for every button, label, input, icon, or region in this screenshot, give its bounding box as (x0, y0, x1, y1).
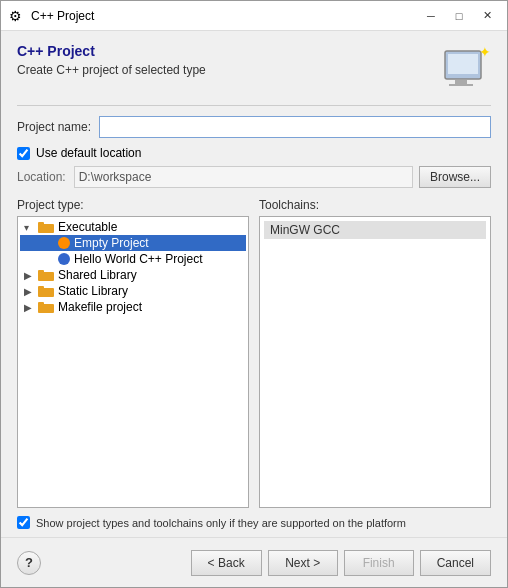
svg-rect-1 (448, 54, 478, 74)
window-icon: ⚙ (9, 8, 25, 24)
tree-item-shared-library[interactable]: ▶ Shared Library (20, 267, 246, 283)
tree-item-hello-world[interactable]: Hello World C++ Project (20, 251, 246, 267)
project-icon-svg: ✦ (441, 43, 491, 93)
use-default-label: Use default location (36, 146, 141, 160)
tree-item-static-library[interactable]: ▶ Static Library (20, 283, 246, 299)
tree-text-hello-world: Hello World C++ Project (74, 252, 203, 266)
title-bar-controls: ─ □ ✕ (419, 6, 499, 26)
tree-toggle-executable: ▾ (24, 222, 36, 233)
toolchain-text-mingw: MinGW GCC (270, 223, 340, 237)
bullet-icon-empty (58, 237, 70, 249)
folder-icon-static (38, 285, 54, 297)
maximize-button[interactable]: □ (447, 6, 471, 26)
content-area: C++ Project Create C++ project of select… (1, 31, 507, 537)
minimize-button[interactable]: ─ (419, 6, 443, 26)
browse-button[interactable]: Browse... (419, 166, 491, 188)
window: ⚙ C++ Project ─ □ ✕ C++ Project Create C… (0, 0, 508, 588)
finish-button[interactable]: Finish (344, 550, 414, 576)
project-type-panel: Project type: ▾ Executable (17, 198, 249, 508)
svg-rect-8 (38, 270, 44, 274)
cancel-button[interactable]: Cancel (420, 550, 491, 576)
bullet-icon-hello (58, 253, 70, 265)
dialog-footer: ? < Back Next > Finish Cancel (1, 537, 507, 587)
tree-toggle-hello (44, 254, 56, 265)
tree-text-static-library: Static Library (58, 284, 128, 298)
location-input[interactable] (74, 166, 413, 188)
header-separator (17, 105, 491, 106)
location-label: Location: (17, 170, 66, 184)
help-button[interactable]: ? (17, 551, 41, 575)
header-icon: ✦ (441, 43, 491, 93)
svg-rect-6 (38, 222, 44, 226)
dialog-title: C++ Project (17, 43, 431, 59)
use-default-checkbox[interactable] (17, 147, 30, 160)
window-title: C++ Project (31, 9, 419, 23)
folder-icon-executable (38, 221, 54, 233)
toolchain-item-mingw[interactable]: MinGW GCC (264, 221, 486, 239)
tree-text-shared-library: Shared Library (58, 268, 137, 282)
close-button[interactable]: ✕ (475, 6, 499, 26)
toolchains-label: Toolchains: (259, 198, 491, 212)
panels-row: Project type: ▾ Executable (17, 198, 491, 508)
svg-rect-3 (449, 84, 473, 86)
svg-text:✦: ✦ (479, 45, 491, 60)
toolchains-list[interactable]: MinGW GCC (259, 216, 491, 508)
project-name-input[interactable] (99, 116, 491, 138)
footer-checkbox-row: Show project types and toolchains only i… (17, 516, 491, 529)
tree-item-executable[interactable]: ▾ Executable (20, 219, 246, 235)
footer-right: < Back Next > Finish Cancel (191, 550, 491, 576)
svg-rect-12 (38, 302, 44, 306)
folder-icon-shared (38, 269, 54, 281)
tree-text-empty-project: Empty Project (74, 236, 149, 250)
project-name-row: Project name: (17, 116, 491, 138)
svg-rect-10 (38, 286, 44, 290)
next-button[interactable]: Next > (268, 550, 338, 576)
tree-toggle-static: ▶ (24, 286, 36, 297)
svg-rect-2 (455, 80, 467, 84)
use-default-location-row: Use default location (17, 146, 491, 160)
header-section: C++ Project Create C++ project of select… (17, 43, 491, 93)
tree-toggle-empty (44, 238, 56, 249)
tree-toggle-makefile: ▶ (24, 302, 36, 313)
back-button[interactable]: < Back (191, 550, 262, 576)
project-type-label: Project type: (17, 198, 249, 212)
toolchains-panel: Toolchains: MinGW GCC (259, 198, 491, 508)
show-supported-label: Show project types and toolchains only i… (36, 517, 406, 529)
location-row: Location: Browse... (17, 166, 491, 188)
tree-text-makefile: Makefile project (58, 300, 142, 314)
folder-icon-makefile (38, 301, 54, 313)
project-type-list[interactable]: ▾ Executable Empty Projec (17, 216, 249, 508)
footer-left: ? (17, 551, 41, 575)
project-name-label: Project name: (17, 120, 91, 134)
show-supported-checkbox[interactable] (17, 516, 30, 529)
tree-item-makefile[interactable]: ▶ Makefile project (20, 299, 246, 315)
title-bar: ⚙ C++ Project ─ □ ✕ (1, 1, 507, 31)
tree-text-executable: Executable (58, 220, 117, 234)
header-text: C++ Project Create C++ project of select… (17, 43, 431, 77)
tree-toggle-shared: ▶ (24, 270, 36, 281)
dialog-subtitle: Create C++ project of selected type (17, 63, 431, 77)
tree-item-empty-project[interactable]: Empty Project (20, 235, 246, 251)
